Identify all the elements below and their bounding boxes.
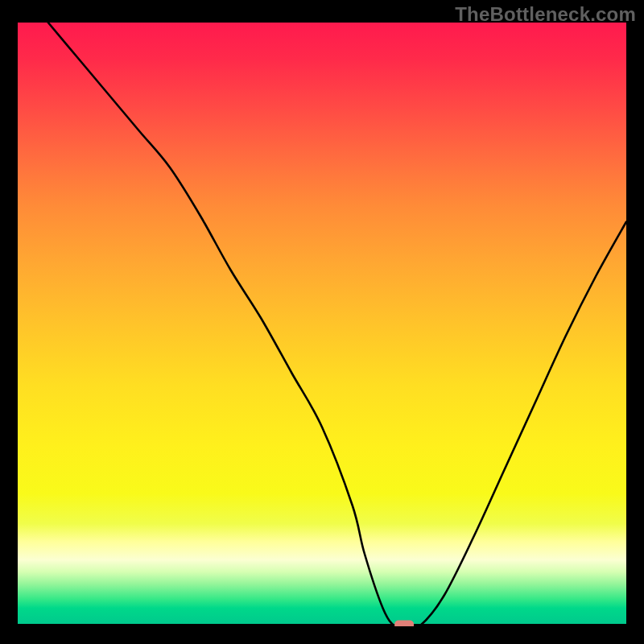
- chart-overlay: [18, 23, 626, 626]
- plot-area: [18, 23, 626, 626]
- bottleneck-marker: [394, 621, 414, 627]
- bottleneck-curve: [48, 23, 626, 626]
- chart-stage: TheBottleneck.com: [0, 0, 644, 644]
- watermark-text: TheBottleneck.com: [455, 3, 636, 26]
